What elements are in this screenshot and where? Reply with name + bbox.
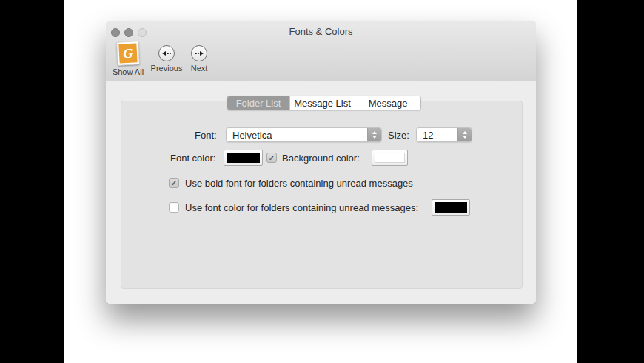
app-icon-letter: G — [118, 43, 137, 63]
size-dropdown[interactable]: 12 — [416, 127, 472, 142]
fonts-colors-window: Fonts & Colors G Show All Previous Next — [106, 21, 536, 304]
chevron-down-icon — [372, 136, 377, 139]
previous-icon — [158, 45, 175, 61]
checkmark-icon: ✓ — [170, 179, 177, 187]
unread-font-color-well[interactable] — [432, 199, 470, 216]
next-label: Next — [191, 64, 208, 73]
unread-font-color-swatch — [435, 202, 467, 213]
previous-label: Previous — [151, 64, 183, 73]
background-color-label: Background color: — [282, 153, 360, 164]
use-bold-font-label: Use bold font for folders containing unr… — [185, 178, 413, 189]
previous-button[interactable]: Previous — [150, 45, 183, 73]
dot — [198, 53, 200, 55]
background-color-well[interactable] — [372, 150, 408, 166]
left-black-bar — [0, 0, 64, 363]
tab-folder-list[interactable]: Folder List — [227, 96, 289, 110]
show-all-icon: G — [116, 41, 140, 66]
font-dropdown[interactable]: Helvetica — [226, 127, 382, 142]
next-arrow — [200, 51, 204, 56]
font-dropdown-value: Helvetica — [227, 130, 367, 141]
checkmark-icon: ✓ — [268, 154, 275, 162]
window-title: Fonts & Colors — [106, 26, 536, 37]
background-color-swatch — [375, 153, 405, 163]
use-font-color-label: Use font color for folders containing un… — [185, 202, 418, 213]
font-label: Font: — [195, 130, 217, 141]
background-color-checkbox[interactable]: ✓ — [266, 153, 277, 163]
font-color-label: Font color: — [170, 153, 215, 164]
chevron-up-icon — [372, 131, 377, 134]
show-all-button[interactable]: G Show All — [112, 41, 144, 76]
preferences-content: Folder List Message List Message Font: H… — [106, 82, 536, 304]
font-color-well[interactable] — [224, 150, 263, 166]
chevron-up-down-icon — [457, 128, 472, 141]
size-label: Size: — [388, 130, 409, 141]
tab-bar: Folder List Message List Message — [227, 96, 421, 110]
dot — [170, 53, 172, 55]
use-font-color-checkbox[interactable] — [169, 202, 179, 213]
previous-arrow — [162, 51, 166, 56]
font-color-swatch — [227, 153, 260, 163]
next-icon — [191, 45, 207, 61]
titlebar-toolbar: Fonts & Colors G Show All Previous Next — [106, 21, 536, 81]
use-bold-font-checkbox[interactable]: ✓ — [169, 178, 179, 188]
chevron-down-icon — [463, 136, 467, 139]
chevron-up-down-icon — [367, 128, 381, 141]
dot — [195, 53, 197, 55]
show-all-label: Show All — [113, 67, 144, 76]
right-black-bar — [577, 0, 644, 363]
chevron-up-icon — [463, 131, 467, 134]
tab-message[interactable]: Message — [355, 96, 420, 110]
dot — [167, 53, 169, 55]
tab-message-list[interactable]: Message List — [289, 96, 355, 110]
size-dropdown-value: 12 — [417, 130, 457, 141]
next-button[interactable]: Next — [183, 45, 215, 73]
